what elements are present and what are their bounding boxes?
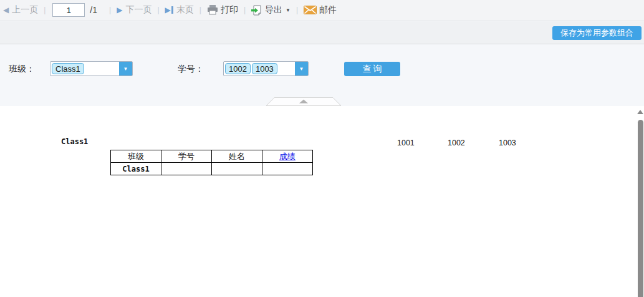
mail-icon bbox=[304, 6, 317, 14]
query-button[interactable]: 查询 bbox=[344, 62, 400, 76]
cell-student-id bbox=[161, 163, 212, 175]
header-score-link[interactable]: 成绩 bbox=[279, 152, 296, 161]
report-content: Class1 班级 学号 姓名 成绩 Class1 1001 1002 1003 bbox=[0, 106, 644, 297]
print-label: 打印 bbox=[221, 4, 238, 16]
student-id-value: 1001 bbox=[397, 139, 415, 147]
last-page-label: 末页 bbox=[176, 4, 194, 16]
report-viewer-page: ◀ 上一页 | /1 | ▶ 下一页 | ▶ 末页 | bbox=[0, 0, 644, 297]
cell-score bbox=[262, 163, 313, 175]
cell-name bbox=[212, 163, 262, 175]
export-icon bbox=[251, 5, 262, 16]
print-button[interactable]: 打印 bbox=[207, 4, 238, 16]
toolbar-divider: | bbox=[44, 6, 46, 14]
student-id-tag: 1003 bbox=[252, 63, 277, 74]
class-combobox[interactable]: Class1 ▼ bbox=[50, 61, 133, 76]
report-class-text: Class1 bbox=[61, 137, 88, 146]
report-table: 班级 学号 姓名 成绩 Class1 bbox=[110, 150, 313, 175]
student-id-tag: 1002 bbox=[225, 63, 251, 74]
header-name: 姓名 bbox=[212, 150, 262, 163]
export-button[interactable]: 导出 ▼ bbox=[251, 4, 291, 16]
student-id-combobox[interactable]: 1002 1003 ▼ bbox=[223, 61, 309, 76]
down-caret-icon: ▼ bbox=[299, 66, 304, 72]
scrollbar-up-arrow-icon[interactable] bbox=[637, 110, 643, 114]
next-page-label: 下一页 bbox=[125, 4, 151, 16]
toolbar-divider: | bbox=[244, 6, 246, 14]
last-page-icon: ▶ bbox=[165, 6, 173, 14]
pagination-toolbar: ◀ 上一页 | /1 | ▶ 下一页 | ▶ 末页 | bbox=[0, 0, 644, 21]
class-dropdown-button[interactable]: ▼ bbox=[119, 62, 132, 75]
export-dropdown-caret-icon: ▼ bbox=[286, 7, 291, 13]
class-tag: Class1 bbox=[52, 63, 84, 74]
class-param-label: 班级： bbox=[9, 64, 35, 75]
student-id-dropdown-button[interactable]: ▼ bbox=[295, 62, 308, 75]
vertical-scrollbar-thumb[interactable] bbox=[638, 120, 643, 297]
table-header-row: 班级 学号 姓名 成绩 bbox=[111, 150, 313, 163]
header-student-id: 学号 bbox=[161, 150, 212, 163]
toolbar-divider: | bbox=[157, 6, 159, 14]
export-label: 导出 bbox=[265, 4, 282, 16]
next-page-icon: ▶ bbox=[117, 6, 122, 14]
toolbar-divider: | bbox=[199, 6, 201, 14]
prev-page-label: 上一页 bbox=[12, 4, 38, 16]
printer-icon bbox=[207, 5, 218, 15]
header-class: 班级 bbox=[111, 150, 161, 163]
toolbar-divider: | bbox=[296, 6, 298, 14]
student-id-param-label: 学号： bbox=[178, 64, 204, 75]
last-page-button[interactable]: ▶ 末页 bbox=[165, 4, 194, 16]
collapse-panel-handle[interactable] bbox=[266, 97, 341, 106]
parameter-actions-row: 保存为常用参数组合 bbox=[0, 21, 644, 44]
cell-class: Class1 bbox=[111, 163, 161, 175]
next-page-button[interactable]: ▶ 下一页 bbox=[117, 4, 151, 16]
parameter-panel: 班级： Class1 ▼ 学号： 1002 1003 ▼ 查询 bbox=[0, 44, 644, 106]
mail-button[interactable]: 邮件 bbox=[304, 4, 337, 16]
page-number-input[interactable] bbox=[52, 3, 85, 17]
down-caret-icon: ▼ bbox=[123, 66, 128, 72]
table-row: Class1 bbox=[111, 163, 313, 175]
save-parameter-combo-button[interactable]: 保存为常用参数组合 bbox=[552, 26, 642, 40]
student-id-value: 1003 bbox=[499, 139, 516, 147]
prev-page-button[interactable]: ◀ 上一页 bbox=[3, 4, 38, 16]
prev-page-icon: ◀ bbox=[3, 6, 9, 14]
mail-label: 邮件 bbox=[319, 4, 337, 16]
student-id-value: 1002 bbox=[448, 139, 465, 147]
total-pages-label: /1 bbox=[90, 5, 97, 15]
toolbar-divider: | bbox=[109, 6, 111, 14]
